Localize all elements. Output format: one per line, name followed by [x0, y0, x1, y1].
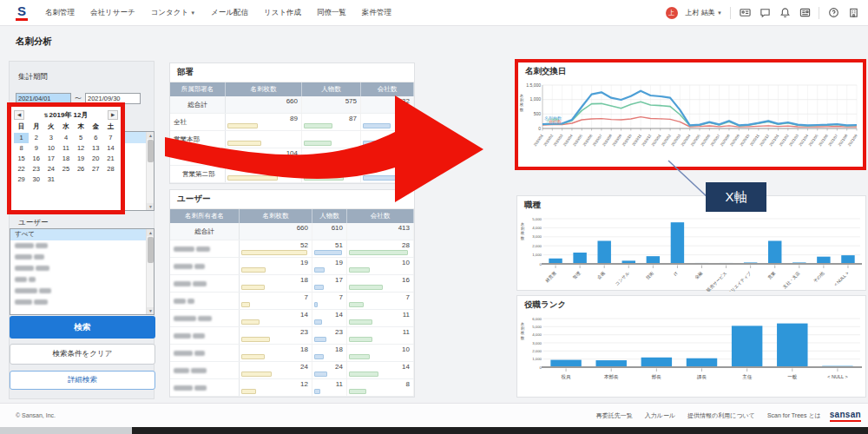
nav-item-6[interactable]: 案件管理: [362, 8, 391, 18]
calendar-day[interactable]: 21: [103, 154, 118, 164]
nav-item-1[interactable]: 会社リサーチ: [90, 8, 135, 18]
column-header: 人物数: [302, 82, 361, 96]
row-label: 総合計: [170, 96, 226, 113]
calendar-day[interactable]: 8: [14, 143, 29, 154]
svg-text:数: 数: [521, 236, 525, 240]
nav-item-2[interactable]: コンタクト▼: [151, 8, 195, 18]
value-cell: 575: [302, 96, 361, 113]
nav-item-3[interactable]: メール配信: [211, 8, 248, 18]
value-cell: 19: [240, 258, 312, 274]
news-icon[interactable]: [799, 7, 811, 19]
avatar[interactable]: 上: [666, 7, 678, 19]
calendar-day[interactable]: 1: [14, 133, 29, 143]
svg-text:経営層: 経営層: [543, 270, 557, 284]
list-item[interactable]: すべて: [10, 229, 154, 240]
list-item[interactable]: [10, 297, 154, 308]
value-cell: 7: [347, 293, 414, 309]
nav-item-4[interactable]: リスト作成: [264, 8, 301, 18]
list-item[interactable]: [10, 263, 154, 274]
calendar-day[interactable]: 28: [103, 164, 118, 174]
svg-text:数: 数: [521, 336, 525, 340]
search-button[interactable]: 検索: [10, 316, 155, 339]
calendar-day[interactable]: 15: [14, 154, 29, 164]
calendar-day[interactable]: 20: [89, 154, 103, 164]
cell-bar: [304, 175, 344, 181]
cell-value: 16: [402, 276, 410, 284]
calendar-day[interactable]: 2: [29, 133, 43, 143]
calendar-day[interactable]: 29: [14, 174, 29, 185]
calendar-weekday: 土: [103, 122, 118, 132]
calendar-day[interactable]: 16: [29, 154, 43, 164]
calendar-day[interactable]: 23: [29, 164, 43, 174]
scrollbar[interactable]: ▲ ▼: [146, 132, 154, 210]
user-listbox: すべて ▲ ▼: [10, 228, 155, 315]
calendar-day[interactable]: 13: [89, 143, 103, 154]
footer-link-1[interactable]: 入力ルール: [645, 411, 675, 420]
calendar-day-empty: [89, 174, 103, 185]
scrollbar[interactable]: ▲ ▼: [146, 229, 154, 314]
year-spinner-icon[interactable]: ⇅: [44, 113, 49, 118]
calendar-prev-button[interactable]: ◀: [14, 110, 24, 120]
column-header: 会社数: [347, 209, 414, 223]
sansan-logo[interactable]: S: [16, 4, 28, 21]
scroll-down-icon[interactable]: ▼: [147, 307, 155, 314]
calendar-day[interactable]: 18: [58, 154, 73, 164]
help-icon[interactable]: [827, 7, 839, 19]
calendar-next-button[interactable]: ▶: [108, 110, 118, 120]
value-cell: 11: [347, 327, 414, 344]
cell-value: 660: [297, 224, 308, 232]
calendar-day[interactable]: 27: [89, 164, 103, 174]
calendar-day[interactable]: 9: [29, 143, 43, 154]
calendar-day[interactable]: 12: [74, 143, 89, 154]
calendar-nav: ◀ ⇅2019年 12月 ▶: [14, 108, 118, 121]
calendar-day[interactable]: 24: [43, 164, 58, 174]
cell-value: 10: [402, 259, 410, 266]
calendar-day[interactable]: 4: [58, 133, 73, 143]
value-cell: 7: [312, 293, 347, 309]
calendar-day[interactable]: 3: [43, 133, 58, 143]
calendar-day[interactable]: 14: [103, 143, 118, 154]
scroll-up-icon[interactable]: ▲: [147, 229, 155, 236]
calendar-day[interactable]: 22: [14, 164, 29, 174]
calendar-day[interactable]: 5: [74, 133, 89, 143]
business-card-icon[interactable]: [739, 7, 751, 19]
user-menu[interactable]: 上村 結美 ▼: [686, 8, 722, 17]
building-icon[interactable]: [847, 7, 859, 19]
scroll-up-icon[interactable]: ▲: [147, 132, 155, 139]
footer-link-0[interactable]: 再委託先一覧: [596, 411, 633, 420]
calendar-day[interactable]: 31: [43, 174, 58, 185]
cell-bar: [304, 158, 329, 163]
calendar-day[interactable]: 10: [43, 143, 58, 154]
list-item[interactable]: [10, 252, 154, 263]
nav-item-0[interactable]: 名刺管理: [45, 8, 75, 18]
calendar-day[interactable]: 11: [58, 143, 73, 154]
table-row: 232311: [170, 327, 414, 345]
list-item[interactable]: [10, 274, 154, 286]
footer-link-2[interactable]: 提供情報の利用について: [687, 411, 755, 420]
nav-right: 上 上村 結美 ▼: [666, 7, 859, 19]
list-item[interactable]: [10, 240, 154, 252]
calendar-day[interactable]: 25: [58, 164, 73, 174]
value-cell: 14: [240, 310, 312, 326]
calendar-day[interactable]: 19: [74, 154, 89, 164]
calendar-day[interactable]: 7: [103, 133, 118, 143]
scroll-down-icon[interactable]: ▼: [147, 203, 155, 210]
cell-bar: [314, 319, 322, 325]
cell-bar: [241, 354, 265, 359]
calendar-weekday: 火: [43, 122, 58, 132]
cell-value: 23: [335, 328, 343, 336]
calendar-day[interactable]: 26: [74, 164, 89, 174]
chat-icon[interactable]: [759, 7, 771, 19]
clear-conditions-button[interactable]: 検索条件をクリア: [10, 344, 155, 365]
calendar-day[interactable]: 17: [43, 154, 58, 164]
list-item[interactable]: [10, 286, 154, 297]
cell-bar: [349, 302, 364, 307]
bell-icon[interactable]: [779, 7, 791, 19]
calendar-day[interactable]: 6: [89, 133, 103, 143]
svg-text:一般: 一般: [787, 374, 798, 380]
nav-item-5[interactable]: 同僚一覧: [317, 8, 346, 18]
cell-value: 23: [300, 328, 308, 336]
footer-link-3[interactable]: Scan for Trees とは: [767, 411, 821, 420]
advanced-search-button[interactable]: 詳細検索: [10, 371, 155, 390]
calendar-day[interactable]: 30: [29, 174, 43, 185]
